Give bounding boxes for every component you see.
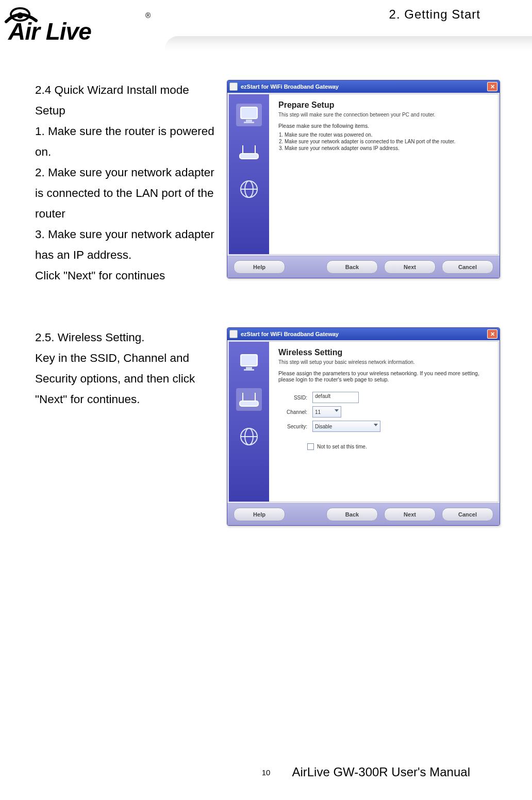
channel-row: Channel: 11: [278, 406, 489, 418]
sidebar-globe-icon[interactable]: [236, 178, 262, 201]
section-2-4-step-3: 3. Make sure your network adapter has an…: [35, 224, 221, 265]
section-2-4-step-4: Click "Next" for continues: [35, 265, 221, 286]
wizard-check-item-3: Make sure your network adapter owns IP a…: [285, 145, 489, 151]
manual-name: AirLive GW-300R User's Manual: [292, 765, 470, 779]
wizard-check-item-2: Make sure your network adapter is connec…: [285, 139, 489, 144]
svg-rect-13: [240, 401, 258, 406]
channel-select[interactable]: 11: [312, 406, 341, 418]
wizard-titlebar[interactable]: ezStart for WiFi Broadband Gateway ✕: [227, 80, 500, 93]
svg-rect-4: [240, 154, 258, 159]
cancel-button[interactable]: Cancel: [442, 508, 493, 521]
security-select[interactable]: Disable: [312, 421, 380, 432]
help-button[interactable]: Help: [234, 260, 285, 274]
sidebar-globe-icon[interactable]: [236, 425, 262, 448]
ssid-input[interactable]: default: [312, 392, 359, 403]
ssid-row: SSID: default: [278, 392, 489, 403]
svg-rect-11: [246, 367, 252, 369]
window-title: ezStart for WiFi Broadband Gateway: [241, 331, 339, 337]
page-number: 10: [262, 768, 271, 777]
window-app-icon: [229, 330, 238, 338]
window-title: ezStart for WiFi Broadband Gateway: [241, 84, 339, 90]
sidebar-monitor-icon[interactable]: [236, 351, 262, 374]
section-2-4: 2.4 Quick Wizard Install mode Setup 1. M…: [35, 80, 501, 286]
wizard-step-title: Prepare Setup: [278, 101, 489, 110]
wizard-footer: Help Back Next Cancel: [227, 503, 500, 525]
skip-setting-row: Not to set at this time.: [307, 443, 489, 450]
section-2-5: 2.5. Wireless Setting. Key in the SSID, …: [35, 327, 501, 526]
close-icon[interactable]: ✕: [487, 82, 497, 91]
wizard-prepare-setup-window: ezStart for WiFi Broadband Gateway ✕: [227, 80, 500, 278]
logo-registered-icon: ®: [145, 11, 151, 20]
svg-rect-1: [241, 107, 257, 119]
section-2-5-text: 2.5. Wireless Setting. Key in the SSID, …: [35, 327, 221, 410]
wizard-content: Wireless Setting This step will setup yo…: [269, 342, 498, 502]
svg-rect-3: [244, 122, 254, 123]
next-button[interactable]: Next: [384, 508, 436, 521]
help-button[interactable]: Help: [234, 508, 285, 521]
airlive-logo: Air Live ®: [2, 2, 152, 54]
wizard-titlebar[interactable]: ezStart for WiFi Broadband Gateway ✕: [227, 328, 500, 340]
channel-label: Channel:: [278, 409, 307, 415]
section-2-5-heading: 2.5. Wireless Setting.: [35, 327, 221, 348]
manual-page: Air Live ® 2. Getting Start 2.4 Quick Wi…: [0, 0, 532, 800]
wizard-sidebar: [229, 94, 269, 254]
page-footer: 10 AirLive GW-300R User's Manual: [0, 765, 532, 779]
wizard-instruction: Please make sure the following items.: [278, 123, 489, 129]
wizard-sidebar: [229, 342, 269, 502]
skip-setting-checkbox[interactable]: [307, 443, 314, 450]
wizard-instruction: Please assign the parameters to your wir…: [278, 370, 489, 382]
section-2-5-body: Key in the SSID, Channel and Security op…: [35, 348, 221, 410]
header-divider: [165, 36, 532, 52]
section-2-4-text: 2.4 Quick Wizard Install mode Setup 1. M…: [35, 80, 221, 286]
window-app-icon: [229, 82, 238, 91]
sidebar-monitor-icon[interactable]: [236, 104, 262, 126]
next-button[interactable]: Next: [384, 260, 436, 274]
wizard-content: Prepare Setup This step will make sure t…: [269, 94, 498, 254]
wizard-wireless-setting-window: ezStart for WiFi Broadband Gateway ✕: [227, 327, 500, 526]
logo-text: Air Live: [8, 18, 91, 45]
close-icon[interactable]: ✕: [487, 329, 497, 339]
cancel-button[interactable]: Cancel: [442, 260, 493, 274]
wizard-step-subtitle: This step will setup your basic wireless…: [278, 359, 489, 365]
skip-setting-label: Not to set at this time.: [317, 444, 367, 449]
back-button[interactable]: Back: [326, 508, 378, 521]
wizard-step-subtitle: This step will make sure the connection …: [278, 112, 489, 118]
page-header: Air Live ® 2. Getting Start: [0, 0, 532, 62]
sidebar-router-icon[interactable]: [236, 388, 262, 411]
wizard-check-item-1: Make sure the router was powered on.: [285, 132, 489, 138]
svg-rect-12: [244, 369, 254, 371]
chapter-title: 2. Getting Start: [389, 7, 480, 22]
svg-rect-10: [241, 355, 257, 366]
ssid-label: SSID:: [278, 395, 307, 401]
svg-rect-2: [246, 120, 252, 122]
wizard-footer: Help Back Next Cancel: [227, 256, 500, 278]
section-2-4-step-2: 2. Make sure your network adapter is con…: [35, 162, 221, 224]
security-label: Security:: [278, 424, 307, 429]
section-2-4-step-1: 1. Make sure the router is powered on.: [35, 121, 221, 162]
back-button[interactable]: Back: [326, 260, 378, 274]
wizard-step-title: Wireless Setting: [278, 348, 489, 357]
sidebar-router-icon[interactable]: [236, 141, 262, 163]
security-row: Security: Disable: [278, 421, 489, 432]
section-2-4-heading: 2.4 Quick Wizard Install mode Setup: [35, 80, 221, 121]
